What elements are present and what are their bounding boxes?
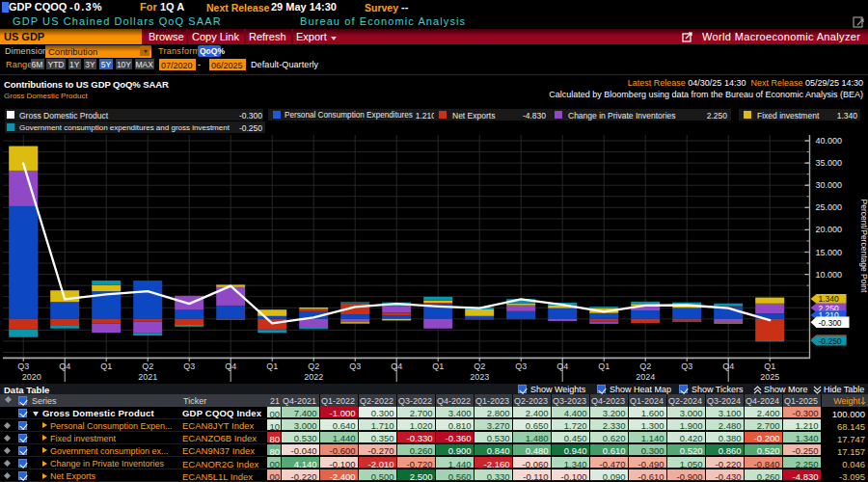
svg-text:Q4: Q4 bbox=[556, 362, 568, 371]
svg-text:2024: 2024 bbox=[636, 372, 655, 382]
svg-text:Q1: Q1 bbox=[432, 362, 444, 371]
svg-text:30.000: 30.000 bbox=[816, 180, 843, 190]
svg-text:2020: 2020 bbox=[22, 372, 41, 382]
svg-text:20.000: 20.000 bbox=[816, 225, 843, 234]
svg-text:Q2: Q2 bbox=[308, 362, 319, 371]
svg-text:Q2: Q2 bbox=[474, 362, 485, 371]
svg-text:2021: 2021 bbox=[138, 372, 157, 382]
svg-text:Q1: Q1 bbox=[100, 362, 112, 371]
svg-text:40.000: 40.000 bbox=[816, 136, 843, 146]
svg-text:Q3: Q3 bbox=[17, 362, 29, 371]
svg-text:Q1: Q1 bbox=[598, 362, 610, 371]
svg-text:Q3: Q3 bbox=[681, 362, 692, 371]
svg-text:2022: 2022 bbox=[304, 372, 323, 382]
svg-text:-0.250: -0.250 bbox=[819, 336, 842, 346]
svg-text:Q2: Q2 bbox=[142, 362, 153, 371]
svg-text:10.000: 10.000 bbox=[816, 270, 843, 280]
svg-text:25.000: 25.000 bbox=[816, 202, 843, 212]
svg-text:Percent/Percentage Point: Percent/Percentage Point bbox=[859, 200, 868, 294]
svg-text:35.000: 35.000 bbox=[816, 158, 843, 168]
svg-text:-0.300: -0.300 bbox=[819, 318, 842, 328]
svg-text:Q4: Q4 bbox=[722, 362, 734, 371]
svg-text:Q4: Q4 bbox=[59, 362, 70, 371]
svg-text:2025: 2025 bbox=[760, 372, 779, 382]
svg-text:Q3: Q3 bbox=[515, 362, 527, 371]
svg-text:Q4: Q4 bbox=[391, 362, 402, 371]
svg-text:15.000: 15.000 bbox=[816, 248, 843, 257]
svg-text:Q2: Q2 bbox=[639, 362, 651, 371]
svg-text:Q3: Q3 bbox=[349, 362, 361, 371]
svg-text:Q4: Q4 bbox=[225, 362, 236, 371]
svg-text:Q3: Q3 bbox=[183, 362, 195, 371]
svg-text:Q1: Q1 bbox=[764, 362, 775, 371]
svg-text:Q1: Q1 bbox=[266, 362, 278, 371]
svg-text:2023: 2023 bbox=[470, 372, 489, 382]
